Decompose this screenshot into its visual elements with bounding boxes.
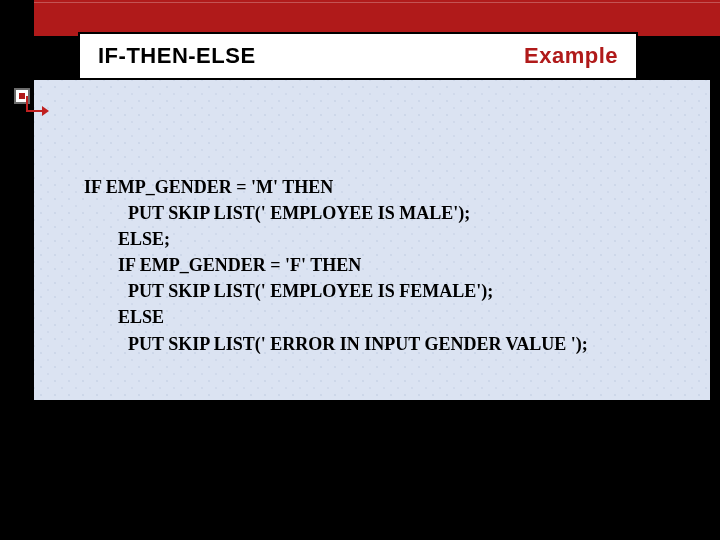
top-accent-bar bbox=[34, 0, 720, 36]
code-line: ELSE; bbox=[84, 226, 664, 252]
title-left: IF-THEN-ELSE bbox=[98, 43, 256, 69]
title-box: IF-THEN-ELSE Example bbox=[78, 32, 638, 80]
code-line: IF EMP_GENDER = 'M' THEN bbox=[84, 174, 664, 200]
code-line: ELSE bbox=[84, 304, 664, 330]
code-line: PUT SKIP LIST(' EMPLOYEE IS MALE'); bbox=[84, 200, 664, 226]
slide: IF-THEN-ELSE Example IF EMP_GENDER = 'M'… bbox=[0, 0, 720, 540]
code-line: PUT SKIP LIST(' EMPLOYEE IS FEMALE'); bbox=[84, 278, 664, 304]
code-block: IF EMP_GENDER = 'M' THEN PUT SKIP LIST('… bbox=[84, 174, 664, 357]
code-line: PUT SKIP LIST(' ERROR IN INPUT GENDER VA… bbox=[84, 331, 664, 357]
code-line: IF EMP_GENDER = 'F' THEN bbox=[84, 252, 664, 278]
title-right: Example bbox=[524, 43, 618, 69]
top-accent-line bbox=[34, 2, 720, 3]
arrow-icon bbox=[26, 104, 50, 118]
